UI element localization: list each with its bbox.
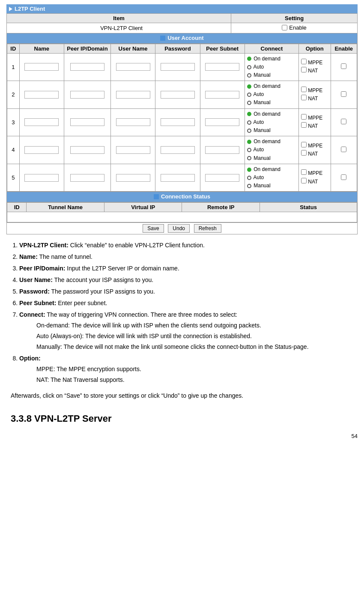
- option-mppe-checkbox-2[interactable]: [301, 87, 307, 92]
- ua-name-input-3[interactable]: [24, 118, 59, 126]
- ua-user-input-1[interactable]: [116, 63, 150, 71]
- ua-subnet-input-2[interactable]: [205, 91, 239, 99]
- ua-subnet-cell-3: [200, 108, 245, 136]
- ua-pass-cell-2: [155, 81, 200, 109]
- connect-auto-label-4[interactable]: Auto: [247, 146, 296, 154]
- ua-enable-checkbox-2[interactable]: [341, 91, 346, 97]
- button-cell: Save Undo Refresh: [7, 222, 358, 234]
- ua-pass-input-1[interactable]: [161, 63, 195, 71]
- ua-id-5: 5: [7, 164, 20, 192]
- connect-manual-label-2[interactable]: Manual: [247, 99, 296, 107]
- ua-peer-input-4[interactable]: [70, 146, 104, 154]
- connect-auto-label-2[interactable]: Auto: [247, 90, 296, 99]
- option-nat-label-4[interactable]: NAT: [301, 150, 328, 158]
- option-nat-label-1[interactable]: NAT: [301, 67, 328, 75]
- ua-subnet-input-5[interactable]: [205, 174, 239, 182]
- ua-name-input-1[interactable]: [24, 63, 59, 71]
- connect-ondemand-label-5[interactable]: On demand: [247, 165, 296, 174]
- enable-label: Enable: [289, 24, 306, 31]
- ua-peer-input-3[interactable]: [70, 118, 104, 126]
- description-list: VPN-L2TP Client: Click “enable” to enabl…: [19, 241, 358, 384]
- ua-enable-cell-4: [331, 136, 357, 164]
- connect-manual-label-3[interactable]: Manual: [247, 126, 296, 135]
- ua-subnet-input-3[interactable]: [205, 118, 239, 126]
- desc-term-3: Peer IP/Domain:: [19, 265, 65, 272]
- col-connect: Connect: [245, 44, 298, 53]
- option-nat-checkbox-4[interactable]: [301, 150, 307, 156]
- ua-pass-input-3[interactable]: [161, 118, 195, 126]
- connect-radio-group-1: On demand Auto Manual: [247, 55, 296, 80]
- ua-name-input-4[interactable]: [24, 146, 59, 154]
- ua-enable-checkbox-4[interactable]: [341, 147, 346, 152]
- ua-subnet-input-4[interactable]: [205, 146, 239, 154]
- ua-peer-input-2[interactable]: [70, 91, 104, 99]
- cs-col-tunnel: Tunnel Name: [27, 202, 104, 212]
- connect-manual-label-5[interactable]: Manual: [247, 182, 296, 190]
- option-mppe-label-4[interactable]: MPPE: [301, 142, 328, 150]
- option-mppe-checkbox-4[interactable]: [301, 142, 307, 147]
- ua-peer-cell-3: [64, 108, 110, 136]
- connect-ondemand-label-3[interactable]: On demand: [247, 110, 296, 118]
- ua-enable-checkbox-3[interactable]: [341, 119, 346, 124]
- col-enable: Enable: [331, 44, 357, 53]
- save-button[interactable]: Save: [143, 224, 164, 233]
- option-nat-checkbox-1[interactable]: [301, 67, 307, 72]
- ua-header-row: ID Name Peer IP/Domain User Name Passwor…: [7, 44, 357, 53]
- connect-auto-label-3[interactable]: Auto: [247, 118, 296, 126]
- vpn-enable-checkbox[interactable]: [282, 25, 287, 30]
- connection-status-inner-table: ID Tunnel Name Virtual IP Remote IP Stat…: [7, 202, 357, 222]
- connect-manual-icon-5: [247, 184, 251, 188]
- ua-id-4: 4: [7, 136, 20, 164]
- option-mppe-label-1[interactable]: MPPE: [301, 59, 328, 67]
- option-nat-checkbox-2[interactable]: [301, 95, 307, 100]
- ua-name-input-2[interactable]: [24, 91, 59, 99]
- ua-enable-checkbox-1[interactable]: [341, 63, 346, 69]
- ua-enable-checkbox-5[interactable]: [341, 174, 346, 180]
- option-mppe-label-3[interactable]: MPPE: [301, 114, 328, 122]
- desc-sub-8-2: NAT: The Nat Traversal supports.: [36, 375, 358, 384]
- undo-button[interactable]: Undo: [168, 224, 190, 233]
- ua-peer-cell-2: [64, 81, 110, 109]
- connect-auto-label-1[interactable]: Auto: [247, 63, 296, 71]
- ua-peer-input-1[interactable]: [70, 63, 104, 71]
- option-nat-label-2[interactable]: NAT: [301, 95, 328, 103]
- ua-user-input-4[interactable]: [116, 146, 150, 154]
- ua-user-input-2[interactable]: [116, 91, 150, 99]
- ua-name-input-5[interactable]: [24, 174, 59, 182]
- refresh-button[interactable]: Refresh: [194, 224, 221, 233]
- desc-sub-8-1: MPPE: The MPPE encryption supports.: [36, 365, 358, 374]
- option-nat-label-3[interactable]: NAT: [301, 122, 328, 130]
- ua-subnet-input-1[interactable]: [205, 63, 239, 71]
- connect-ondemand-label-1[interactable]: On demand: [247, 55, 296, 63]
- option-mppe-checkbox-3[interactable]: [301, 114, 307, 120]
- ua-peer-input-5[interactable]: [70, 174, 104, 182]
- option-nat-checkbox-3[interactable]: [301, 122, 307, 128]
- ua-pass-cell-3: [155, 108, 200, 136]
- ua-row-4: 4 On demand Auto Manual MPPE: [7, 136, 357, 164]
- option-nat-label-5[interactable]: NAT: [301, 178, 328, 186]
- connect-ondemand-icon-5: [247, 168, 251, 172]
- connect-auto-label-5[interactable]: Auto: [247, 174, 296, 182]
- option-mppe-checkbox-1[interactable]: [301, 59, 307, 64]
- ua-enable-cell-1: [331, 53, 357, 81]
- desc-term-1: VPN-L2TP Client:: [19, 242, 69, 249]
- connect-manual-label-1[interactable]: Manual: [247, 71, 296, 79]
- ua-user-input-3[interactable]: [116, 118, 150, 126]
- ua-pass-input-5[interactable]: [161, 174, 195, 182]
- ua-pass-input-4[interactable]: [161, 146, 195, 154]
- ua-enable-cell-3: [331, 108, 357, 136]
- option-nat-checkbox-5[interactable]: [301, 178, 307, 183]
- connect-ondemand-label-4[interactable]: On demand: [247, 138, 296, 146]
- desc-item-1: VPN-L2TP Client: Click “enable” to enabl…: [19, 241, 358, 250]
- ua-user-input-5[interactable]: [116, 174, 150, 182]
- option-mppe-label-2[interactable]: MPPE: [301, 87, 328, 95]
- option-mppe-label-5[interactable]: MPPE: [301, 169, 328, 177]
- connect-radio-group-2: On demand Auto Manual: [247, 82, 296, 107]
- desc-term-6: Peer Subnet:: [19, 300, 56, 306]
- desc-term-5: Password:: [19, 288, 50, 295]
- ua-pass-input-2[interactable]: [161, 91, 195, 99]
- option-mppe-checkbox-5[interactable]: [301, 169, 307, 175]
- connect-manual-icon-3: [247, 129, 251, 133]
- connect-ondemand-label-2[interactable]: On demand: [247, 82, 296, 90]
- connect-manual-label-4[interactable]: Manual: [247, 154, 296, 162]
